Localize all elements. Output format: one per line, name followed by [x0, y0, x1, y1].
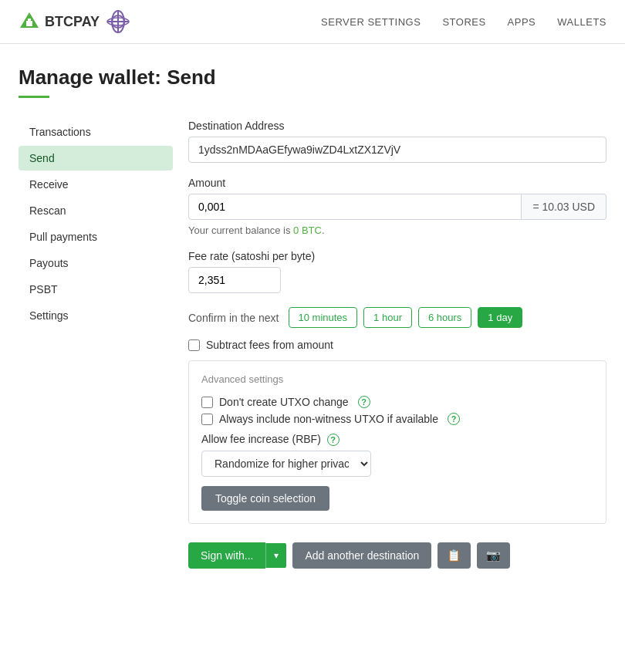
- copy-icon: 📋: [447, 549, 461, 562]
- subtract-fees-label: Subtract fees from amount: [206, 339, 333, 351]
- sidebar: Transactions Send Receive Rescan Pull pa…: [19, 120, 173, 599]
- subtract-fees-row: Subtract fees from amount: [188, 339, 606, 351]
- subtract-fees-checkbox[interactable]: [188, 339, 200, 351]
- time-btn-1hour[interactable]: 1 hour: [363, 307, 412, 328]
- page-container: Manage wallet: Send Transactions Send Re…: [0, 44, 625, 599]
- amount-group: Amount = 10.03 USD Your current balance …: [188, 177, 606, 236]
- nav-stores[interactable]: STORES: [442, 16, 485, 28]
- logo-icon: [19, 11, 40, 32]
- dropdown-arrow-icon: ▾: [274, 550, 279, 561]
- nav-apps[interactable]: APPS: [508, 16, 536, 28]
- sidebar-item-psbt[interactable]: PSBT: [19, 277, 173, 302]
- page-title-section: Manage wallet: Send: [19, 44, 606, 104]
- main-layout: Transactions Send Receive Rescan Pull pa…: [19, 104, 606, 599]
- sidebar-item-rescan[interactable]: Rescan: [19, 198, 173, 223]
- confirm-row: Confirm in the next 10 minutes 1 hour 6 …: [188, 307, 606, 328]
- svg-rect-2: [28, 19, 31, 22]
- fee-group: Fee rate (satoshi per byte): [188, 250, 606, 293]
- advanced-settings-panel: Advanced settings Don't create UTXO chan…: [188, 360, 606, 524]
- fee-label: Fee rate (satoshi per byte): [188, 250, 606, 262]
- btcpay-logo: BTCPAY: [19, 11, 100, 32]
- main-nav: SERVER SETTINGS STORES APPS WALLETS: [321, 16, 606, 28]
- time-btn-1day[interactable]: 1 day: [478, 307, 522, 328]
- add-destination-button[interactable]: Add another destination: [292, 542, 431, 569]
- sign-dropdown-button[interactable]: ▾: [265, 543, 286, 568]
- destination-group: Destination Address: [188, 120, 606, 163]
- rbf-select[interactable]: Randomize for higher privacy Always Neve…: [201, 451, 371, 477]
- page-title: Manage wallet: Send: [19, 66, 606, 89]
- sign-button-group: Sign with... ▾: [188, 542, 286, 569]
- toggle-coin-button[interactable]: Toggle coin selection: [201, 486, 329, 511]
- copy-button[interactable]: 📋: [438, 542, 471, 569]
- sidebar-item-settings[interactable]: Settings: [19, 303, 173, 328]
- logo-text: BTCPAY: [45, 14, 100, 30]
- balance-prefix: Your current balance is: [188, 225, 293, 236]
- non-witness-checkbox[interactable]: [201, 414, 213, 425]
- amount-label: Amount: [188, 177, 606, 189]
- header: BTCPAY SERVER SETTINGS STORES APPS WALLE…: [0, 0, 625, 44]
- fee-input[interactable]: [188, 267, 281, 293]
- amount-row: = 10.03 USD: [188, 194, 606, 220]
- sidebar-item-send[interactable]: Send: [19, 146, 173, 171]
- utxo-change-row: Don't create UTXO change ?: [201, 396, 593, 408]
- sign-main-button[interactable]: Sign with...: [188, 542, 265, 569]
- balance-amount[interactable]: 0 BTC: [293, 225, 322, 236]
- non-witness-label: Always include non-witness UTXO if avail…: [219, 413, 438, 425]
- utxo-help-icon[interactable]: ?: [358, 396, 370, 408]
- title-underline: [19, 96, 49, 98]
- destination-label: Destination Address: [188, 120, 606, 132]
- logo-section: BTCPAY: [19, 9, 130, 34]
- non-witness-row: Always include non-witness UTXO if avail…: [201, 413, 593, 425]
- tor-icon: [106, 9, 130, 34]
- nav-wallets[interactable]: WALLETS: [557, 16, 606, 28]
- utxo-change-checkbox[interactable]: [201, 397, 213, 408]
- rbf-help-icon[interactable]: ?: [327, 434, 340, 446]
- utxo-change-label: Don't create UTXO change: [219, 396, 349, 408]
- sidebar-item-receive[interactable]: Receive: [19, 172, 173, 197]
- balance-text: Your current balance is 0 BTC.: [188, 225, 606, 236]
- camera-button[interactable]: 📷: [477, 542, 510, 569]
- camera-icon: 📷: [486, 549, 501, 562]
- advanced-settings-title: Advanced settings: [201, 373, 593, 385]
- sidebar-item-pull-payments[interactable]: Pull payments: [19, 225, 173, 249]
- sidebar-item-transactions[interactable]: Transactions: [19, 120, 173, 144]
- non-witness-help-icon[interactable]: ?: [448, 413, 460, 425]
- time-btn-10min[interactable]: 10 minutes: [289, 307, 358, 328]
- subtract-fees-group: Subtract fees from amount: [188, 339, 606, 351]
- amount-input[interactable]: [188, 194, 522, 220]
- nav-server-settings[interactable]: SERVER SETTINGS: [321, 16, 421, 28]
- confirm-label: Confirm in the next: [188, 312, 279, 324]
- destination-input[interactable]: [188, 137, 606, 163]
- sidebar-item-payouts[interactable]: Payouts: [19, 251, 173, 275]
- action-row: Sign with... ▾ Add another destination 📋…: [188, 542, 606, 599]
- rbf-group: Allow fee increase (RBF) ? Randomize for…: [201, 433, 593, 477]
- time-btn-6hours[interactable]: 6 hours: [418, 307, 471, 328]
- balance-suffix: .: [322, 225, 325, 236]
- rbf-label: Allow fee increase (RBF) ?: [201, 433, 593, 446]
- amount-usd: = 10.03 USD: [522, 194, 606, 220]
- send-form: Destination Address Amount = 10.03 USD Y…: [173, 120, 606, 599]
